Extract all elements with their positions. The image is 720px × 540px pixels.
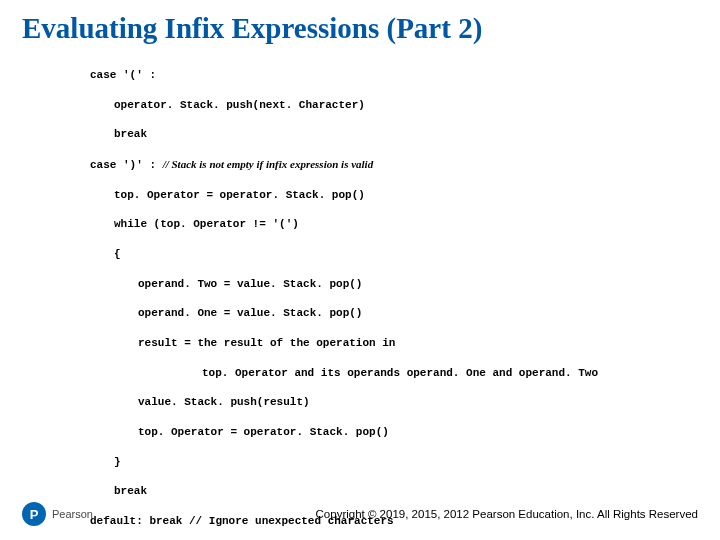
code-line: break [42, 484, 720, 499]
code-line: operand. One = value. Stack. pop() [42, 306, 720, 321]
code-text: case ')' : [90, 159, 163, 171]
code-line: top. Operator = operator. Stack. pop() [42, 425, 720, 440]
footer: P Pearson Copyright © 2019, 2015, 2012 P… [0, 502, 720, 526]
brand-wrap: P Pearson [22, 502, 93, 526]
code-comment: // Stack is not empty if infix expressio… [163, 158, 374, 170]
code-block: case '(' : operator. Stack. push(next. C… [0, 53, 720, 540]
brand-name: Pearson [52, 508, 93, 520]
page-title: Evaluating Infix Expressions (Part 2) [0, 0, 720, 53]
code-line: operand. Two = value. Stack. pop() [42, 277, 720, 292]
code-line: } [42, 455, 720, 470]
code-line: while (top. Operator != '(') [42, 217, 720, 232]
pearson-logo-icon: P [22, 502, 46, 526]
copyright-text: Copyright © 2019, 2015, 2012 Pearson Edu… [316, 508, 698, 520]
code-line: result = the result of the operation in [42, 336, 720, 351]
code-line: break [42, 127, 720, 142]
code-line: case ')' : // Stack is not empty if infi… [42, 157, 720, 173]
code-line: value. Stack. push(result) [42, 395, 720, 410]
code-line: top. Operator and its operands operand. … [42, 366, 720, 381]
code-line: case '(' : [42, 68, 720, 83]
code-line: top. Operator = operator. Stack. pop() [42, 188, 720, 203]
code-line: { [42, 247, 720, 262]
code-line: operator. Stack. push(next. Character) [42, 98, 720, 113]
